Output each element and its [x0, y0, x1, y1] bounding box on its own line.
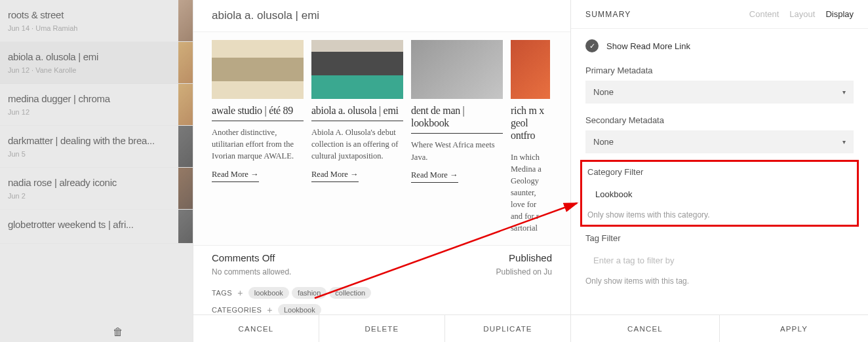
select-value: None — [593, 87, 614, 97]
select-value: None — [593, 137, 614, 147]
content-preview: awale studio | été 89 Another distinctiv… — [193, 32, 570, 245]
post-list-item[interactable]: darkmatter | dealing with the brea... Ju… — [0, 126, 193, 168]
related-card[interactable]: dent de man | lookbook Where West Africa… — [411, 40, 503, 240]
post-title: roots & street — [8, 9, 185, 20]
post-list-item[interactable]: globetrotter weekend ts | afri... — [0, 210, 193, 244]
field-help: Only show items with this tag. — [585, 276, 854, 286]
field-label: Secondary Metadata — [585, 115, 854, 125]
post-thumbnail — [178, 84, 193, 125]
field-label: Primary Metadata — [585, 66, 854, 75]
tags-label: TAGS — [212, 289, 232, 297]
card-desc: In which Medina a Geology saunter, love … — [511, 151, 550, 235]
panel-title: SUMMARY — [585, 10, 631, 19]
secondary-metadata-field: Secondary Metadata None ▾ — [585, 115, 854, 153]
post-title: medina dugger | chroma — [8, 93, 185, 104]
tab-content[interactable]: Content — [749, 9, 779, 19]
post-list-item[interactable]: medina dugger | chroma Jun 12 — [0, 84, 193, 126]
tag-pill[interactable]: fashion — [292, 287, 326, 299]
card-image — [511, 40, 550, 99]
category-filter-input[interactable] — [587, 182, 852, 206]
post-editor: awale studio | été 89 Another distinctiv… — [193, 0, 570, 342]
check-icon — [585, 39, 599, 52]
apply-button[interactable]: APPLY — [720, 315, 868, 342]
add-category-icon[interactable]: + — [264, 305, 275, 315]
related-card[interactable]: abiola a. olusola | emi Abiola A. Olusol… — [311, 40, 403, 240]
comments-sub: No comments allowed. — [212, 267, 369, 276]
panel-tabs: Content Layout Display — [749, 9, 854, 19]
published-sub: Published on Ju — [395, 267, 553, 276]
card-title: awale studio | été 89 — [212, 104, 304, 121]
tag-filter-input[interactable] — [585, 248, 854, 273]
post-list-item[interactable]: nadia rose | already iconic Jun 2 — [0, 168, 193, 210]
post-meta: Jun 14 · Uma Ramiah — [8, 24, 185, 32]
chevron-down-icon: ▾ — [842, 138, 846, 145]
card-title: rich m x geol ontfro — [511, 104, 550, 146]
field-label: Tag Filter — [585, 233, 854, 243]
tag-filter-field: Tag Filter Only show items with this tag… — [585, 233, 854, 286]
highlight-annotation: Category Filter Only show items with thi… — [580, 160, 859, 227]
comments-heading[interactable]: Comments Off — [212, 252, 369, 263]
post-meta: Jun 12 — [8, 108, 185, 116]
card-image — [212, 40, 304, 99]
card-title: abiola a. olusola | emi — [311, 104, 403, 121]
post-thumbnail — [178, 0, 193, 41]
post-thumbnail — [178, 42, 193, 83]
card-title: dent de man | lookbook — [411, 104, 503, 134]
related-card[interactable]: rich m x geol ontfro In which Medina a G… — [511, 40, 550, 240]
primary-metadata-field: Primary Metadata None ▾ — [585, 66, 854, 104]
card-desc: Where West Africa meets Java. — [411, 139, 503, 162]
add-tag-icon[interactable]: + — [235, 288, 246, 298]
categories-label: CATEGORIES — [212, 306, 262, 314]
post-title-input[interactable] — [193, 0, 570, 32]
duplicate-button[interactable]: DUPLICATE — [445, 315, 570, 342]
cancel-button[interactable]: CANCEL — [193, 315, 319, 342]
read-more-link[interactable]: Read More → — [411, 170, 458, 183]
post-title: darkmatter | dealing with the brea... — [8, 135, 185, 146]
related-card[interactable]: awale studio | été 89 Another distinctiv… — [212, 40, 304, 240]
post-meta: Jun 2 — [8, 192, 185, 200]
primary-metadata-select[interactable]: None ▾ — [585, 81, 854, 104]
tag-pill[interactable]: collection — [329, 287, 371, 299]
post-list-sidebar: roots & street Jun 14 · Uma Ramiah abiol… — [0, 0, 193, 342]
tags-row: TAGS + lookbook fashion collection — [193, 283, 570, 301]
trash-icon[interactable]: 🗑 — [113, 326, 123, 338]
read-more-link[interactable]: Read More → — [311, 170, 359, 182]
post-meta: Jun 12 · Vane Karolle — [8, 66, 185, 74]
post-title: abiola a. olusola | emi — [8, 51, 185, 62]
post-list-item[interactable]: roots & street Jun 14 · Uma Ramiah — [0, 0, 193, 42]
post-meta-row: Comments Off No comments allowed. Publis… — [193, 245, 570, 283]
tag-pill[interactable]: lookbook — [248, 287, 289, 299]
published-heading[interactable]: Published — [395, 252, 553, 263]
chevron-down-icon: ▾ — [842, 88, 846, 96]
tab-display[interactable]: Display — [825, 9, 854, 19]
post-list-item[interactable]: abiola a. olusola | emi Jun 12 · Vane Ka… — [0, 42, 193, 84]
card-desc: Abiola A. Olusola's debut collection is … — [311, 126, 403, 162]
cancel-button[interactable]: CANCEL — [571, 315, 720, 342]
card-desc: Another distinctive, utilitarian effort … — [212, 126, 304, 162]
field-label: Category Filter — [587, 167, 852, 177]
post-title: nadia rose | already iconic — [8, 177, 185, 188]
show-read-more-toggle[interactable]: Show Read More Link — [585, 39, 854, 52]
read-more-link[interactable]: Read More → — [212, 170, 259, 182]
field-help: Only show items with this category. — [587, 210, 852, 219]
tab-layout[interactable]: Layout — [789, 9, 815, 19]
card-image — [311, 40, 403, 99]
checkbox-label: Show Read More Link — [606, 41, 690, 51]
post-thumbnail — [178, 168, 193, 209]
post-thumbnail — [178, 210, 193, 243]
editor-actions: CANCEL DELETE DUPLICATE — [193, 314, 570, 342]
post-meta: Jun 5 — [8, 150, 185, 158]
post-thumbnail — [178, 126, 193, 167]
secondary-metadata-select[interactable]: None ▾ — [585, 130, 854, 153]
category-filter-field: Category Filter Only show items with thi… — [587, 167, 852, 219]
settings-panel: SUMMARY Content Layout Display Show Read… — [570, 0, 868, 342]
card-image — [411, 40, 503, 99]
panel-header: SUMMARY Content Layout Display — [571, 0, 868, 29]
delete-button[interactable]: DELETE — [319, 315, 445, 342]
post-title: globetrotter weekend ts | afri... — [8, 219, 185, 230]
panel-actions: CANCEL APPLY — [571, 314, 868, 342]
